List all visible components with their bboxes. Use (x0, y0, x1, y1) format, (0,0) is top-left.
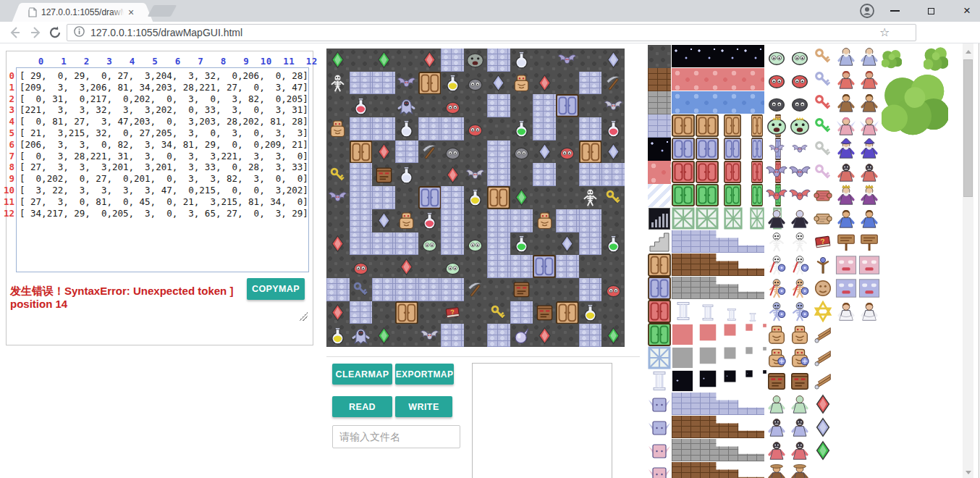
tileset-cell-pillarrow[interactable] (672, 300, 695, 322)
map-tile-r5-c1[interactable] (350, 163, 373, 186)
tileset-cell-zombie[interactable] (766, 393, 787, 415)
url-bar[interactable]: 127.0.0.1:1055/drawMapGUI.html ☆ (67, 24, 916, 41)
map-tile-r4-c2[interactable] (372, 141, 395, 164)
tileset-cell-gem-green2[interactable] (812, 440, 834, 461)
map-tile-r10-c5[interactable] (441, 278, 464, 301)
map-tile-r7-c10[interactable] (556, 209, 579, 232)
tileset-cell-priest-red[interactable] (835, 69, 857, 91)
tileset-cell-bat-small[interactable] (789, 138, 811, 160)
map-tile-r10-c9[interactable] (533, 278, 556, 301)
map-tile-r12-c5[interactable] (441, 324, 464, 347)
map-tile-r2-c11[interactable] (579, 94, 602, 117)
map-tile-r5-c0[interactable] (326, 163, 350, 186)
map-tile-r2-c6[interactable] (464, 94, 487, 117)
map-tile-r2-c1[interactable] (350, 94, 373, 117)
map-tile-r3-c7[interactable] (487, 117, 510, 141)
map-tile-r4-c10[interactable] (556, 141, 579, 164)
tileset-cell-skullpriest[interactable] (858, 162, 880, 183)
tileset-cell-pillar[interactable] (648, 369, 671, 393)
map-tile-r8-c11[interactable] (579, 232, 602, 256)
map-tile-r8-c7[interactable] (487, 232, 510, 256)
tileset-cell-wallface-blue[interactable] (858, 277, 880, 299)
map-tile-r0-c2[interactable] (372, 49, 395, 72)
map-tile-r2-c2[interactable] (372, 94, 395, 117)
map-tile-r6-c9[interactable] (533, 186, 556, 209)
map-tile-r7-c9[interactable] (533, 209, 556, 232)
map-tile-r9-c2[interactable] (372, 255, 395, 278)
tileset-cell-skullpriest[interactable] (835, 162, 857, 183)
map-tile-r1-c8[interactable] (510, 72, 533, 95)
filename-input[interactable] (332, 425, 460, 448)
tileset-cell-doorrow-green[interactable] (724, 184, 741, 206)
minimize-button[interactable] (887, 4, 902, 18)
tileset-cell-steps-brown[interactable] (672, 416, 764, 438)
map-tile-r4-c3[interactable] (395, 141, 418, 164)
refresh-icon[interactable] (48, 25, 62, 40)
tileset-cell-skeleton-shield[interactable] (766, 254, 787, 276)
tileset-cell-bat-big[interactable] (789, 162, 811, 183)
forward-icon[interactable] (29, 25, 43, 40)
map-tile-r10-c8[interactable] (510, 278, 533, 301)
tileset-cell-lattice[interactable] (648, 346, 671, 369)
map-tile-r3-c11[interactable] (579, 117, 602, 141)
tileset-cell-slime-pale[interactable] (789, 46, 811, 67)
map-tile-r8-c3[interactable] (395, 232, 418, 256)
tileset-cell-king[interactable] (835, 185, 857, 206)
map-tile-r12-c10[interactable] (556, 324, 579, 347)
map-tile-r0-c1[interactable] (350, 49, 373, 72)
map-tile-r0-c9[interactable] (533, 49, 556, 72)
map-tile-r1-c12[interactable] (601, 72, 625, 95)
tileset-cell-squares-black[interactable] (699, 370, 717, 387)
map-tile-r4-c1[interactable] (350, 141, 373, 164)
map-tile-r3-c2[interactable] (372, 117, 395, 141)
tileset-cell-steps-blue[interactable] (672, 393, 764, 415)
tileset-cell-steps-gray[interactable] (672, 439, 764, 461)
tileset-cell-fairy[interactable] (858, 115, 880, 137)
map-tile-r6-c4[interactable] (418, 186, 442, 209)
textarea-resize-handle[interactable] (299, 312, 308, 321)
tileset-cell-pillarrow[interactable] (724, 307, 740, 322)
map-tile-r3-c12[interactable] (601, 117, 625, 141)
tileset-cell-doorrow-blue[interactable] (672, 138, 695, 160)
scrollbar-thumb[interactable] (963, 59, 973, 197)
map-tile-r7-c3[interactable] (395, 209, 418, 232)
map-tile-r9-c6[interactable] (464, 255, 487, 278)
map-tile-r0-c11[interactable] (579, 49, 602, 72)
map-tile-r11-c12[interactable] (601, 301, 625, 324)
tileset-cell-bars[interactable] (648, 207, 671, 230)
map-tile-r11-c5[interactable]: ? (441, 301, 464, 324)
scrollbar-down-arrow[interactable] (963, 467, 973, 478)
map-tile-r4-c11[interactable] (579, 141, 602, 164)
tileset-cell-hero[interactable] (858, 208, 880, 230)
map-tile-r10-c1[interactable] (350, 278, 373, 301)
tileset-cell-brick-gray[interactable] (648, 91, 671, 114)
tileset-cell-latticerow[interactable] (750, 207, 764, 230)
map-tile-r12-c1[interactable] (350, 324, 373, 347)
tileset-cell-skeleton-w[interactable] (766, 231, 787, 253)
tileset-cell-golem2[interactable] (766, 324, 787, 345)
tileset-cell-doorrow-blue[interactable] (751, 138, 763, 160)
map-tile-r6-c3[interactable] (395, 186, 418, 209)
map-tile-r8-c1[interactable] (350, 232, 373, 256)
tileset-cell-door-tan[interactable] (648, 253, 671, 277)
tileset-cell-hatguy[interactable] (789, 463, 811, 478)
tileset-cell-tiki2[interactable] (766, 370, 787, 392)
tileset-cell-golem-shield[interactable] (789, 347, 811, 369)
map-tile-r9-c9[interactable] (533, 255, 556, 278)
tileset-cell-doorrow-green[interactable] (672, 184, 695, 206)
map-tile-r9-c3[interactable] (395, 255, 418, 278)
tileset-cell-slime-crown[interactable] (789, 115, 811, 137)
tileset-cell-wall[interactable] (648, 114, 671, 138)
map-tile-r8-c12[interactable] (601, 232, 625, 256)
tileset-cell-vampire[interactable] (766, 208, 787, 230)
map-tile-r11-c1[interactable] (350, 301, 373, 324)
map-tile-r10-c4[interactable] (418, 278, 442, 301)
tileset-cell-squares-black[interactable] (672, 370, 693, 392)
map-tile-r0-c8[interactable] (510, 49, 533, 72)
tileset-cell-flydoor-blue[interactable] (648, 393, 671, 416)
tileset-cell-starfield[interactable] (648, 138, 671, 161)
tileset-cell-latticerow[interactable] (696, 207, 719, 230)
map-tile-r12-c3[interactable] (395, 324, 418, 347)
tileset-cell-skeleton-shield[interactable] (789, 254, 811, 276)
map-tile-r7-c12[interactable] (601, 209, 625, 232)
